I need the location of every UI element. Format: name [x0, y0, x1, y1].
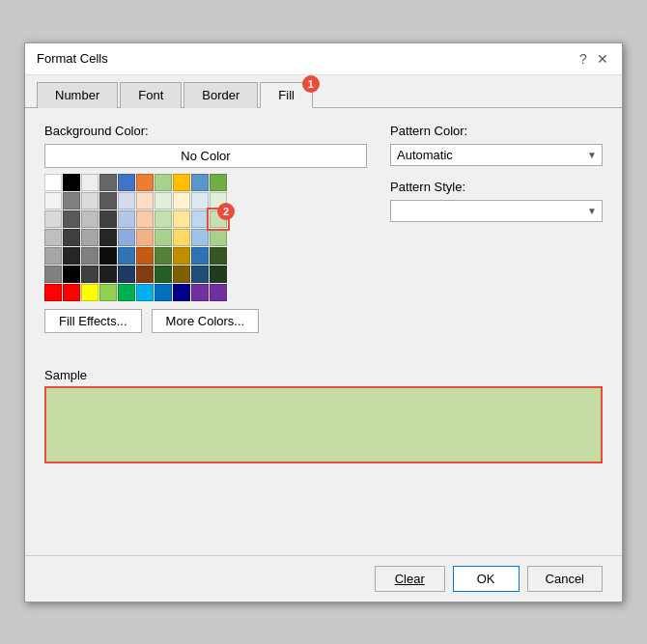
color-cell[interactable]: [99, 210, 117, 228]
color-cell[interactable]: [81, 174, 98, 191]
color-cell[interactable]: [191, 210, 209, 228]
color-cell[interactable]: [136, 284, 154, 301]
color-cell[interactable]: [118, 229, 135, 246]
format-cells-dialog: Format Cells ? ✕ Number Font Border Fill…: [24, 42, 623, 602]
color-cell[interactable]: [155, 266, 172, 283]
tab-number[interactable]: Number: [37, 82, 118, 108]
color-row: [44, 266, 367, 283]
color-cell[interactable]: [44, 174, 62, 191]
ok-button[interactable]: OK: [453, 566, 520, 592]
sample-label: Sample: [44, 368, 603, 382]
title-bar-controls: ? ✕: [576, 51, 610, 67]
color-cell[interactable]: [118, 247, 135, 265]
background-color-label: Background Color:: [44, 124, 367, 138]
cancel-button[interactable]: Cancel: [527, 566, 603, 592]
close-button[interactable]: ✕: [595, 51, 610, 67]
more-colors-button[interactable]: More Colors...: [152, 309, 260, 333]
no-color-button[interactable]: No Color: [44, 144, 367, 168]
color-cell[interactable]: [81, 192, 98, 210]
color-cell[interactable]: [99, 192, 117, 210]
color-cell[interactable]: [173, 210, 190, 228]
pattern-style-select[interactable]: [390, 200, 603, 222]
dialog-footer: Clear OK Cancel: [25, 555, 622, 602]
color-cell[interactable]: [173, 266, 190, 283]
color-cell[interactable]: [99, 247, 117, 265]
tab-border[interactable]: Border: [183, 82, 258, 108]
color-row: [44, 174, 367, 191]
color-cell[interactable]: [210, 247, 227, 265]
color-cell[interactable]: [63, 266, 80, 283]
tab-fill[interactable]: Fill 1: [260, 82, 313, 108]
color-cell[interactable]: [173, 284, 190, 301]
color-cell[interactable]: [63, 247, 80, 265]
pattern-style-dropdown-wrapper: ▼: [390, 200, 603, 222]
dialog-title: Format Cells: [37, 51, 108, 66]
color-row: [44, 192, 367, 210]
color-cell[interactable]: [44, 210, 62, 228]
tab-fill-badge: 1: [302, 75, 320, 93]
color-cell[interactable]: [118, 284, 135, 301]
color-cell[interactable]: [191, 266, 209, 283]
help-button[interactable]: ?: [576, 51, 591, 67]
color-cell[interactable]: [155, 284, 172, 301]
color-cell[interactable]: [136, 229, 154, 246]
color-cell[interactable]: [173, 247, 190, 265]
color-cell[interactable]: [155, 174, 172, 191]
color-cell[interactable]: [173, 174, 190, 191]
color-cell[interactable]: [81, 266, 98, 283]
left-column: Background Color: No Color 2 Fill Effect…: [44, 124, 367, 333]
color-cell[interactable]: [136, 174, 154, 191]
color-row: [44, 247, 367, 265]
color-cell[interactable]: [63, 174, 80, 191]
color-cell[interactable]: [118, 210, 135, 228]
color-cell[interactable]: [136, 266, 154, 283]
color-cell[interactable]: [63, 284, 80, 301]
color-cell[interactable]: [173, 192, 190, 210]
color-cell[interactable]: [155, 247, 172, 265]
color-cell[interactable]: [118, 174, 135, 191]
color-cell[interactable]: [136, 247, 154, 265]
color-cell[interactable]: [81, 284, 98, 301]
color-cell[interactable]: [136, 210, 154, 228]
pattern-color-dropdown-wrapper: Automatic ▼: [390, 144, 603, 166]
color-cell[interactable]: [118, 266, 135, 283]
color-cell[interactable]: [210, 284, 227, 301]
pattern-color-select[interactable]: Automatic: [390, 144, 603, 166]
color-cell[interactable]: [81, 229, 98, 246]
color-cell[interactable]: [99, 174, 117, 191]
color-cell[interactable]: [44, 266, 62, 283]
selected-cell-badge: 2: [217, 203, 235, 220]
color-cell[interactable]: [155, 210, 172, 228]
color-cell[interactable]: [210, 174, 227, 191]
color-cell[interactable]: [155, 229, 172, 246]
tab-font[interactable]: Font: [120, 82, 182, 108]
color-cell[interactable]: [191, 174, 209, 191]
color-cell[interactable]: [99, 284, 117, 301]
color-cell[interactable]: [81, 210, 98, 228]
color-cell[interactable]: [63, 192, 80, 210]
color-cell[interactable]: [81, 247, 98, 265]
color-cell[interactable]: [99, 229, 117, 246]
color-cell[interactable]: [44, 192, 62, 210]
color-cell[interactable]: [63, 229, 80, 246]
dialog-content: Background Color: No Color 2 Fill Effect…: [25, 108, 622, 555]
sample-section: Sample: [44, 368, 603, 463]
color-cell[interactable]: [63, 210, 80, 228]
color-cell[interactable]: [191, 192, 209, 210]
color-cell[interactable]: [44, 247, 62, 265]
color-cell[interactable]: [44, 229, 62, 246]
color-cell[interactable]: [99, 266, 117, 283]
color-cell[interactable]: [191, 284, 209, 301]
color-cell[interactable]: [210, 266, 227, 283]
color-cell[interactable]: [191, 247, 209, 265]
color-cell[interactable]: [44, 284, 62, 301]
clear-button[interactable]: Clear: [375, 566, 445, 592]
color-cell[interactable]: [191, 229, 209, 246]
color-cell[interactable]: [136, 192, 154, 210]
fill-effects-button[interactable]: Fill Effects...: [44, 309, 142, 333]
color-cell[interactable]: [210, 229, 227, 246]
color-cell[interactable]: [118, 192, 135, 210]
color-cell[interactable]: [173, 229, 190, 246]
color-cell[interactable]: [155, 192, 172, 210]
color-row: [44, 229, 367, 246]
